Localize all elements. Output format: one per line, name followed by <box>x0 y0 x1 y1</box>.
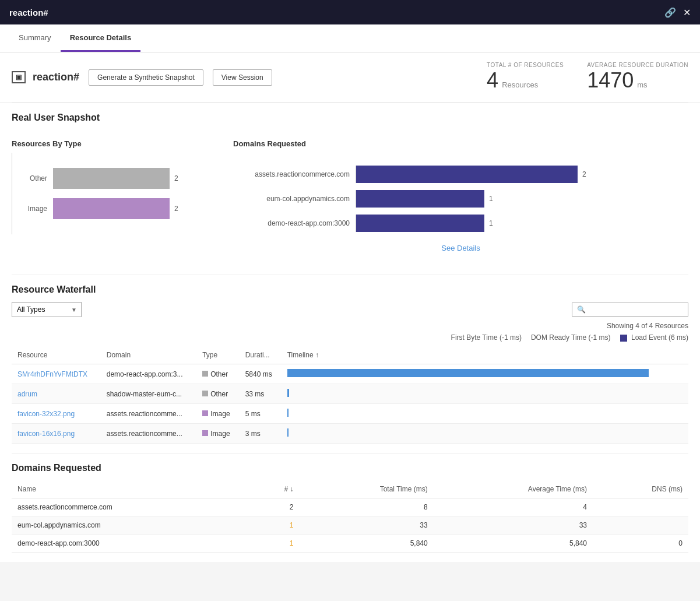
domain-cell-total: 33 <box>300 516 434 535</box>
tab-bar: Summary Resource Details <box>0 24 700 52</box>
domain-chart-bars: assets.reactioncommerce.com 2 eum-col.ap… <box>233 153 688 263</box>
bar-image <box>53 198 170 219</box>
monitor-icon: ▣ <box>12 71 26 83</box>
domain-bar-value-demo: 1 <box>489 219 493 227</box>
th-type: Type <box>196 346 239 364</box>
real-user-snapshot-title: Real User Snapshot <box>12 113 688 123</box>
domain-cell-avg: 4 <box>434 498 593 516</box>
domain-bar-container-assets: 2 <box>356 166 586 183</box>
resources-by-type-bars: Other 2 Image 2 <box>12 153 233 234</box>
th-timeline: Timeline ↑ <box>282 346 688 364</box>
domain-cell-dns <box>593 516 688 535</box>
domain-cell-dns <box>593 498 688 516</box>
domain-bar-container-eum: 1 <box>356 190 493 208</box>
domain-cell-total: 5,840 <box>300 535 434 553</box>
avg-duration-unit: ms <box>637 80 647 89</box>
domains-requested-subtitle: Domains Requested <box>233 139 688 148</box>
avg-duration-value: 1470 ms <box>587 68 688 93</box>
filter-select-wrapper[interactable]: All Types Image Other Script CSS <box>12 302 82 317</box>
bar-label-other: Other <box>12 174 47 182</box>
cell-resource[interactable]: favicon-32x32.png <box>12 404 101 424</box>
domain-label-assets: assets.reactioncommerce.com <box>233 170 350 178</box>
domain-cell-count: 1 <box>252 535 299 553</box>
waterfall-tbody: SMr4rhDFnYvFMtDTX demo-react-app.com:3..… <box>12 364 688 444</box>
domain-bar-demo <box>356 215 484 232</box>
cell-type: Other <box>196 384 239 404</box>
total-resources-label: TOTAL # OF RESOURCES <box>487 62 564 68</box>
waterfall-table: Resource Domain Type Durati... Timeline … <box>12 346 688 444</box>
page-title: ▣ reaction# <box>12 71 79 83</box>
avg-duration-stat: AVERAGE RESOURCE DURATION 1470 ms <box>587 62 688 93</box>
waterfall-section: Resource Waterfall All Types Image Other… <box>0 275 700 453</box>
cell-resource[interactable]: SMr4rhDFnYvFMtDTX <box>12 364 101 384</box>
table-row: demo-react-app.com:3000 1 5,840 5,840 0 <box>12 535 688 553</box>
app-title: reaction# <box>9 8 48 17</box>
avg-duration-num: 1470 <box>587 68 634 93</box>
table-row: eum-col.appdynamics.com 1 33 33 <box>12 516 688 535</box>
dth-count[interactable]: # ↓ <box>252 480 299 498</box>
title-bar: reaction# 🔗 ✕ <box>0 0 700 24</box>
total-resources-value: 4 Resources <box>487 68 564 93</box>
cell-timeline <box>282 364 688 384</box>
table-row: adrum shadow-master-eum-c... Other 33 ms <box>12 384 688 404</box>
total-resources-unit: Resources <box>502 80 538 89</box>
domain-row-assets: assets.reactioncommerce.com 2 <box>233 166 688 183</box>
waterfall-title: Resource Waterfall <box>12 284 688 295</box>
real-user-snapshot-section: Real User Snapshot <box>0 103 700 139</box>
cell-resource[interactable]: adrum <box>12 384 101 404</box>
domain-cell-count: 2 <box>252 498 299 516</box>
cell-domain: assets.reactioncomme... <box>101 424 196 444</box>
cell-domain: assets.reactioncomme... <box>101 404 196 424</box>
th-resource: Resource <box>12 346 101 364</box>
cell-duration: 5 ms <box>240 404 282 424</box>
waterfall-header-row: Resource Domain Type Durati... Timeline … <box>12 346 688 364</box>
bar-container-other: 2 <box>53 168 233 189</box>
resources-by-type-subtitle: Resources By Type <box>12 139 233 148</box>
bar-label-image: Image <box>12 205 47 213</box>
domain-cell-avg: 5,840 <box>434 535 593 553</box>
th-duration: Durati... <box>240 346 282 364</box>
legend-dom-ready: DOM Ready Time (-1 ms) <box>531 333 611 342</box>
cell-type: Image <box>196 424 239 444</box>
domain-bar-value-assets: 2 <box>582 170 586 178</box>
cell-timeline <box>282 404 688 424</box>
legend-load-dot <box>620 335 627 342</box>
domains-header-row: Name # ↓ Total Time (ms) Average Time (m… <box>12 480 688 498</box>
domain-cell-name: assets.reactioncommerce.com <box>12 498 252 516</box>
table-row: favicon-32x32.png assets.reactioncomme..… <box>12 404 688 424</box>
title-bar-left: reaction# <box>9 8 48 17</box>
domains-section-title: Domains Requested <box>12 463 688 473</box>
domains-section: Domains Requested Name # ↓ Total Time (m… <box>0 454 700 562</box>
waterfall-controls: All Types Image Other Script CSS <box>12 302 688 317</box>
session-title: reaction# <box>33 71 79 83</box>
domain-cell-count: 1 <box>252 516 299 535</box>
domain-label-eum: eum-col.appdynamics.com <box>233 195 350 203</box>
view-session-button[interactable]: View Session <box>213 69 272 86</box>
domain-row-demo: demo-react-app.com:3000 1 <box>233 215 688 232</box>
link-icon[interactable]: 🔗 <box>664 7 676 18</box>
domain-bar-assets <box>356 166 578 183</box>
dth-name: Name <box>12 480 252 498</box>
domain-cell-name: demo-react-app.com:3000 <box>12 535 252 553</box>
cell-domain: shadow-master-eum-c... <box>101 384 196 404</box>
dth-avg-time: Average Time (ms) <box>434 480 593 498</box>
bar-row-image: Image 2 <box>12 198 233 219</box>
waterfall-search-input[interactable] <box>572 303 688 317</box>
cell-type: Image <box>196 404 239 424</box>
tab-resource-details[interactable]: Resource Details <box>61 25 141 52</box>
see-details-link[interactable]: See Details <box>233 239 688 257</box>
total-resources-num: 4 <box>487 68 498 93</box>
cell-resource[interactable]: favicon-16x16.png <box>12 424 101 444</box>
tab-summary[interactable]: Summary <box>9 25 61 52</box>
bar-row-other: Other 2 <box>12 168 233 189</box>
main-content: ▣ reaction# Generate a Synthetic Snapsho… <box>0 52 700 562</box>
table-row: favicon-16x16.png assets.reactioncomme..… <box>12 424 688 444</box>
close-icon[interactable]: ✕ <box>683 7 691 18</box>
bar-other <box>53 168 170 189</box>
table-row: SMr4rhDFnYvFMtDTX demo-react-app.com:3..… <box>12 364 688 384</box>
domain-bar-container-demo: 1 <box>356 215 493 232</box>
filter-select[interactable]: All Types Image Other Script CSS <box>12 302 82 317</box>
cell-duration: 33 ms <box>240 384 282 404</box>
domain-cell-name: eum-col.appdynamics.com <box>12 516 252 535</box>
generate-snapshot-button[interactable]: Generate a Synthetic Snapshot <box>89 69 203 86</box>
